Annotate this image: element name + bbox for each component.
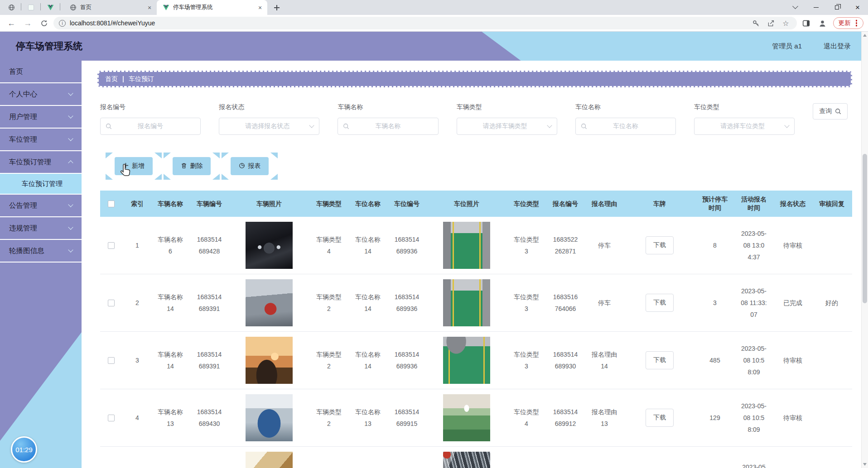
download-button[interactable]: 下载 [646, 409, 674, 427]
chevron-down-icon [309, 123, 314, 128]
cell-vehicle_photo [231, 337, 308, 384]
browser-tab[interactable]: 首页× [64, 0, 157, 15]
browser-update-button[interactable]: 更新 [833, 17, 864, 29]
filter-field: 报名状态请选择报名状态 [219, 103, 319, 135]
url-text: localhost:8081/#/cheweiYuyue [70, 19, 747, 27]
address-field[interactable]: i localhost:8081/#/cheweiYuyue ☆ [53, 17, 797, 29]
app-title: 停车场管理系统 [16, 32, 82, 61]
cell-status: 已完成 [775, 297, 810, 309]
row-checkbox[interactable] [108, 415, 115, 421]
logout-link[interactable]: 退出登录 [824, 42, 851, 51]
download-button[interactable]: 下载 [646, 236, 674, 254]
back-icon[interactable]: ← [5, 16, 18, 30]
select-all-checkbox[interactable] [108, 201, 115, 207]
filter-input[interactable]: 车辆名称 [338, 118, 438, 135]
close-window-button[interactable]: × [847, 0, 868, 15]
tab-close-icon[interactable]: × [146, 4, 153, 11]
sidebar-item-用户管理[interactable]: 用户管理 [0, 106, 82, 129]
column-header-reason: 报名理由 [587, 191, 622, 217]
pie-chart-icon [239, 162, 245, 170]
forward-icon[interactable]: → [21, 16, 34, 30]
cell-plate: 下载 [626, 409, 694, 427]
vue-icon[interactable] [43, 2, 57, 14]
browser-tab[interactable]: 停车场管理系统× [157, 0, 267, 15]
restore-button[interactable] [826, 0, 847, 15]
placeholder-text: 请选择车位类型 [700, 122, 785, 130]
sidebar-item-公告管理[interactable]: 公告管理 [0, 195, 82, 217]
screen: 首页×停车场管理系统× × ← → i localhost:8081/#/che… [0, 0, 868, 468]
download-button[interactable]: 下载 [646, 294, 674, 312]
corner-decoration [164, 153, 171, 158]
search-icon [581, 123, 587, 131]
sidebar-subitem-车位预订管理[interactable]: 车位预订管理 [0, 174, 82, 195]
parking-bay-photo[interactable] [443, 222, 490, 269]
row-checkbox[interactable] [108, 242, 115, 249]
cell-space_no: 1683514689915 [389, 406, 424, 430]
parking-lane-photo[interactable] [443, 337, 490, 384]
column-header-vehicle_no: 车辆编号 [192, 191, 227, 217]
browser-tab-bar: 首页×停车场管理系统× × [0, 0, 868, 15]
minimize-button[interactable] [805, 0, 826, 15]
filter-select[interactable]: 请选择车辆类型 [457, 118, 557, 135]
sunset-car-photo[interactable] [246, 337, 293, 384]
sidebar-item-车位预订管理[interactable]: 车位预订管理 [0, 151, 82, 174]
side-panel-icon[interactable] [800, 16, 813, 30]
query-button[interactable]: 查询 [813, 103, 848, 119]
garage-floor-photo[interactable] [443, 394, 490, 441]
report-button[interactable]: 报表 [231, 157, 269, 175]
sidebar-item-轮播图信息[interactable]: 轮播图信息 [0, 240, 82, 263]
cell-space_type: 车位类型3 [509, 234, 544, 257]
vertical-scrollbar[interactable] [861, 32, 868, 468]
filter-label: 车位类型 [694, 103, 795, 111]
tab-close-icon[interactable]: × [256, 4, 264, 11]
download-button[interactable]: 下载 [646, 351, 674, 369]
delete-button[interactable]: 删除 [173, 157, 211, 175]
site-info-icon[interactable]: i [59, 20, 66, 27]
filter-select[interactable]: 请选择报名状态 [219, 118, 319, 135]
refresh-icon[interactable] [37, 16, 51, 30]
globe-icon[interactable] [5, 2, 18, 14]
red-car-photo[interactable] [246, 279, 293, 326]
aerial-lot-photo[interactable] [443, 452, 490, 468]
table-row: 1车辆名称61683514689428车辆类型4车位名称141683514689… [100, 217, 852, 274]
filter-select[interactable]: 请选择车位类型 [694, 118, 795, 135]
cell-vehicle_photo [231, 447, 308, 468]
tan-car-photo[interactable] [246, 452, 293, 468]
scrollbar-thumb[interactable] [863, 154, 867, 303]
cell-space_photo [428, 394, 505, 441]
cell-vehicle_photo [231, 222, 308, 269]
action-button-wrap: 报表 [231, 157, 269, 175]
tab-search-chevron-icon[interactable] [785, 0, 805, 15]
bookmark-star-icon[interactable]: ☆ [781, 18, 791, 29]
row-checkbox[interactable] [108, 300, 115, 306]
placeholder-text: 报名编号 [106, 122, 195, 130]
blue-suv-photo[interactable] [246, 394, 293, 441]
filter-input[interactable]: 车位名称 [575, 118, 676, 135]
share-icon[interactable] [766, 18, 776, 29]
scroll-up-arrow-icon[interactable] [863, 34, 867, 37]
sidebar-item-个人中心[interactable]: 个人中心 [0, 83, 82, 106]
scroll-down-arrow-icon[interactable] [863, 463, 867, 466]
cell-vehicle_type: 车辆类型4 [311, 234, 347, 257]
menu-kebab-icon[interactable] [856, 22, 858, 24]
chevron-down-icon [68, 202, 73, 207]
black-suv-photo[interactable] [246, 222, 293, 269]
cell-park_time: 129 [697, 412, 733, 424]
breadcrumb-home[interactable]: 首页 [105, 75, 118, 83]
cell-vehicle_type: 车辆类型2 [311, 406, 347, 430]
new-tab-button[interactable] [271, 2, 283, 14]
page-icon[interactable] [24, 2, 38, 14]
sidebar-item-首页[interactable]: 首页 [0, 61, 82, 83]
profile-avatar-icon[interactable] [816, 16, 829, 30]
sidebar-item-车位管理[interactable]: 车位管理 [0, 129, 82, 151]
parking-bay-photo[interactable] [443, 279, 490, 326]
password-key-icon[interactable] [751, 18, 762, 29]
sidebar: 首页个人中心用户管理车位管理车位预订管理车位预订管理公告管理违规管理轮播图信息 … [0, 61, 82, 468]
filter-input[interactable]: 报名编号 [100, 118, 201, 135]
cell-vehicle_no: 1683514689428 [192, 234, 227, 257]
row-checkbox[interactable] [108, 357, 115, 364]
query-button-label: 查询 [819, 107, 832, 115]
sidebar-item-违规管理[interactable]: 违规管理 [0, 217, 82, 240]
data-table: 索引车辆名称车辆编号车辆照片车辆类型车位名称车位编号车位照片车位类型报名编号报名… [100, 191, 852, 468]
filter-field: 车位名称车位名称 [575, 103, 676, 135]
